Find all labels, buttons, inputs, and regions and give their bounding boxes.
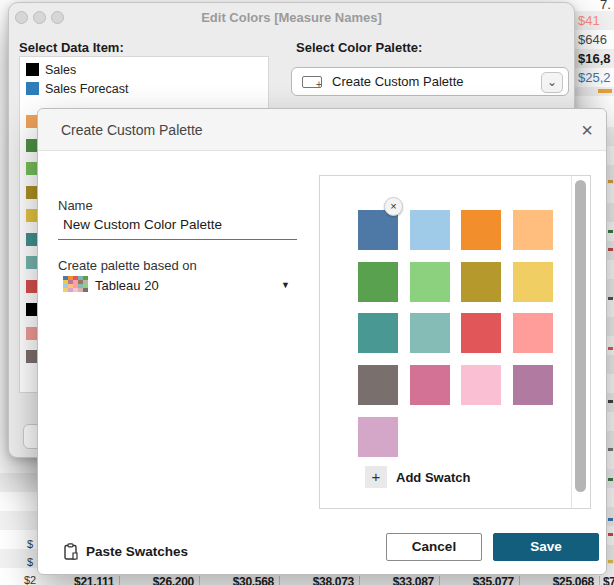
name-label: Name [58, 198, 93, 213]
footer-value: $7,6 [600, 576, 614, 585]
color-palette-dropdown[interactable]: + Create Custom Palette ⌄ [291, 67, 569, 96]
dialog-title: Create Custom Palette [61, 122, 203, 138]
palette-swatch[interactable] [358, 313, 398, 353]
worksheet-mark [608, 518, 613, 521]
plus-icon: + [365, 466, 387, 488]
name-input[interactable]: New Custom Color Palette [63, 217, 222, 232]
item-label: Sales [45, 63, 76, 77]
tableau20-palette-icon [63, 276, 88, 292]
palette-dropdown-value: Create Custom Palette [332, 74, 464, 89]
worksheet-mark [608, 347, 613, 350]
worksheet-mark [608, 230, 613, 233]
footer-value: $25,068 [520, 576, 600, 585]
item-color-swatch [26, 82, 39, 95]
worksheet-mark [608, 180, 613, 183]
caret-down-icon[interactable]: ▼ [281, 280, 290, 290]
item-label: Sales Forecast [45, 82, 128, 96]
clipboard-icon [64, 543, 79, 560]
scrollbar-track[interactable] [571, 176, 590, 508]
worksheet-right-sliver [607, 108, 614, 577]
worksheet-mark [608, 448, 613, 451]
worksheet-fragment: $2 [24, 574, 36, 585]
palette-swatch[interactable] [410, 313, 450, 353]
list-item[interactable]: Sales Forecast [20, 79, 268, 98]
worksheet-value: $25,2 [578, 70, 611, 85]
select-data-item-label: Select Data Item: [19, 40, 124, 55]
palette-swatch[interactable] [513, 365, 553, 405]
worksheet-footer-row: $21,111$26,200$30,568$38,073$33,087$35,0… [0, 576, 614, 585]
add-swatch-button[interactable]: + Add Swatch [365, 466, 470, 488]
footer-value: $26,200 [120, 576, 200, 585]
select-color-palette-label: Select Color Palette: [296, 40, 422, 55]
palette-swatch[interactable] [358, 210, 398, 250]
worksheet-right-values: 7.$41$646$16,8$25,2 [575, 0, 614, 96]
delete-swatch-icon[interactable]: × [384, 197, 403, 216]
palette-swatch[interactable] [461, 210, 501, 250]
worksheet-mark [608, 400, 613, 403]
palette-swatch[interactable] [461, 262, 501, 302]
name-input-underline [58, 239, 297, 240]
worksheet-mark [608, 533, 613, 536]
palette-swatch[interactable] [513, 313, 553, 353]
worksheet-value: $646 [578, 32, 607, 47]
worksheet-value: $16,8 [578, 51, 611, 66]
worksheet-fragment: $ [27, 538, 33, 550]
create-custom-palette-dialog: Create Custom Palette × Name New Custom … [37, 108, 607, 575]
footer-value: $30,568 [200, 576, 280, 585]
scrollbar-thumb[interactable] [575, 180, 586, 492]
save-button[interactable]: Save [493, 533, 599, 561]
dialog-header: Create Custom Palette × [38, 109, 606, 151]
palette-swatch[interactable] [358, 262, 398, 302]
palette-swatch[interactable] [513, 262, 553, 302]
palette-swatch[interactable] [513, 210, 553, 250]
palette-swatch[interactable] [410, 262, 450, 302]
paste-swatches-label: Paste Swatches [86, 544, 188, 559]
footer-value: $35,077 [440, 576, 520, 585]
footer-value: $21,111 [40, 576, 120, 585]
add-swatch-label: Add Swatch [396, 470, 470, 485]
worksheet-value: 7. [600, 0, 611, 12]
paste-swatches-button[interactable]: Paste Swatches [64, 543, 188, 560]
chevron-down-icon[interactable]: ⌄ [541, 72, 563, 93]
based-on-label: Create palette based on [58, 258, 197, 273]
palette-swatch[interactable] [410, 365, 450, 405]
palette-swatch[interactable] [410, 210, 450, 250]
palette-swatch[interactable] [358, 365, 398, 405]
worksheet-value: $41 [578, 13, 600, 28]
worksheet-mark [608, 560, 613, 563]
palette-swatch[interactable] [461, 313, 501, 353]
plus-icon: + [316, 80, 322, 90]
palette-swatch[interactable] [461, 365, 501, 405]
worksheet-mark [608, 248, 613, 251]
footer-value: $33,087 [360, 576, 440, 585]
footer-values: $21,111$26,200$30,568$38,073$33,087$35,0… [40, 576, 614, 585]
palette-swatch[interactable] [358, 417, 398, 457]
swatch-panel: × + Add Swatch [319, 175, 591, 509]
item-color-swatch [26, 63, 39, 76]
worksheet-mark [608, 297, 613, 300]
list-item[interactable]: Sales [20, 60, 268, 79]
worksheet-mark [608, 478, 613, 481]
palette-icon-cell [83, 288, 88, 292]
cancel-button[interactable]: Cancel [386, 533, 482, 561]
footer-value: $38,073 [280, 576, 360, 585]
based-on-dropdown[interactable]: Tableau 20 [95, 278, 159, 293]
window-title: Edit Colors [Measure Names] [9, 10, 574, 25]
close-icon[interactable]: × [581, 117, 593, 143]
worksheet-fragment: $ [27, 556, 33, 568]
worksheet-value-sliver [598, 89, 612, 93]
